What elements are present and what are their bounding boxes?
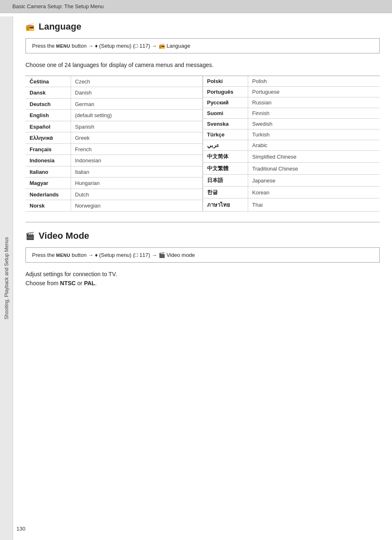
native-lang: Polski xyxy=(203,76,248,87)
native-lang: Português xyxy=(203,87,248,97)
table-row: ภาษาไทยThai xyxy=(203,198,380,212)
english-lang: Turkish xyxy=(248,129,380,140)
english-lang: Simplified Chinese xyxy=(248,151,380,163)
native-lang: Deutsch xyxy=(25,98,71,110)
menu-key-video: MENU xyxy=(56,253,70,258)
video-mode-icon: 🎬 xyxy=(25,231,35,240)
table-row: IndonesiaIndonesian xyxy=(25,155,203,166)
table-row: 한글Korean xyxy=(203,187,380,198)
native-lang: Norsk xyxy=(25,200,71,212)
video-mode-instruction-box: Press the MENU button → ♦ (Setup menu) (… xyxy=(25,247,380,263)
language-description: Choose one of 24 languages for display o… xyxy=(25,62,380,68)
language-title: Language xyxy=(39,21,81,32)
table-row: PolskiPolish xyxy=(203,76,380,87)
native-lang: 日本語 xyxy=(203,175,248,187)
english-lang: Danish xyxy=(71,87,203,99)
table-row: EspañolSpanish xyxy=(25,121,203,132)
language-right-table: PolskiPolishPortuguêsPortugueseРусскийRu… xyxy=(203,76,380,212)
language-instruction-box: Press the MENU button → ♦ (Setup menu) (… xyxy=(25,38,380,53)
table-row: DanskDanish xyxy=(25,87,203,99)
sidebar: Shooting, Playback and Setup Menus xyxy=(0,16,13,540)
table-row: MagyarHungarian xyxy=(25,178,203,189)
english-lang: Norwegian xyxy=(71,200,203,212)
table-row: NederlandsDutch xyxy=(25,189,203,200)
video-mode-section-title: 🎬 Video Mode xyxy=(25,231,380,241)
native-lang: Türkçe xyxy=(203,129,248,140)
video-mode-instruction-text: Press the MENU button → ♦ (Setup menu) (… xyxy=(32,252,195,258)
table-row: 中文简体Simplified Chinese xyxy=(203,151,380,163)
section-divider xyxy=(25,222,380,222)
native-lang: Русский xyxy=(203,97,248,108)
english-lang: Japanese xyxy=(248,175,380,187)
table-row: DeutschGerman xyxy=(25,98,203,110)
table-row: 日本語Japanese xyxy=(203,175,380,187)
adjust-text: Adjust settings for connection to TV. xyxy=(25,271,380,277)
table-row: 中文繁體Traditional Chinese xyxy=(203,163,380,175)
native-lang: English xyxy=(25,110,71,121)
table-row: English(default setting) xyxy=(25,110,203,121)
native-lang: Italiano xyxy=(25,166,71,178)
top-bar: Basic Camera Setup: The Setup Menu xyxy=(0,0,392,13)
table-row: ItalianoItalian xyxy=(25,166,203,178)
native-lang: Suomi xyxy=(203,108,248,119)
native-lang: ภาษาไทย xyxy=(203,198,248,212)
table-row: TürkçeTurkish xyxy=(203,129,380,140)
table-row: NorskNorwegian xyxy=(25,200,203,212)
choose-text: Choose from NTSC or PAL. xyxy=(25,280,380,286)
native-lang: 中文繁體 xyxy=(203,163,248,175)
english-lang: Arabic xyxy=(248,140,380,151)
page-number: 130 xyxy=(16,526,25,532)
native-lang: 中文简体 xyxy=(203,151,248,163)
table-row: PortuguêsPortuguese xyxy=(203,87,380,97)
english-lang: Portuguese xyxy=(248,87,380,97)
english-lang: Spanish xyxy=(71,121,203,132)
native-lang: Čeština xyxy=(25,76,71,87)
native-lang: Magyar xyxy=(25,178,71,189)
native-lang: Svenska xyxy=(203,119,248,129)
english-lang: Italian xyxy=(71,166,203,178)
english-lang: Polish xyxy=(248,76,380,87)
main-content: 📻 Language Press the MENU button → ♦ (Se… xyxy=(13,13,392,299)
sidebar-text: Shooting, Playback and Setup Menus xyxy=(4,237,9,319)
english-lang: French xyxy=(71,143,203,155)
english-lang: Russian xyxy=(248,97,380,108)
video-mode-title: Video Mode xyxy=(39,231,89,241)
table-row: ČeštinaCzech xyxy=(25,76,203,87)
english-lang: German xyxy=(71,98,203,110)
english-lang: Korean xyxy=(248,187,380,198)
language-table-wrapper: ČeštinaCzechDanskDanishDeutschGermanEngl… xyxy=(25,76,380,212)
english-lang: Traditional Chinese xyxy=(248,163,380,175)
menu-key: MENU xyxy=(56,44,70,48)
language-section-title: 📻 Language xyxy=(25,21,380,32)
english-lang: (default setting) xyxy=(71,110,203,121)
language-instruction-text: Press the MENU button → ♦ (Setup menu) (… xyxy=(32,43,190,49)
table-row: عربيArabic xyxy=(203,140,380,151)
english-lang: Hungarian xyxy=(71,178,203,189)
english-lang: Swedish xyxy=(248,119,380,129)
native-lang: Nederlands xyxy=(25,189,71,200)
table-row: SuomiFinnish xyxy=(203,108,380,119)
native-lang: Français xyxy=(25,143,71,155)
english-lang: Finnish xyxy=(248,108,380,119)
english-lang: Greek xyxy=(71,132,203,144)
english-lang: Indonesian xyxy=(71,155,203,166)
native-lang: Ελληνικά xyxy=(25,132,71,144)
native-lang: Dansk xyxy=(25,87,71,99)
table-row: FrançaisFrench xyxy=(25,143,203,155)
language-left-table: ČeštinaCzechDanskDanishDeutschGermanEngl… xyxy=(25,76,203,212)
native-lang: Indonesia xyxy=(25,155,71,166)
native-lang: Español xyxy=(25,121,71,132)
table-row: РусскийRussian xyxy=(203,97,380,108)
table-row: ΕλληνικάGreek xyxy=(25,132,203,144)
language-icon: 📻 xyxy=(25,22,35,31)
english-lang: Czech xyxy=(71,76,203,87)
native-lang: عربي xyxy=(203,140,248,151)
table-row: SvenskaSwedish xyxy=(203,119,380,129)
english-lang: Dutch xyxy=(71,189,203,200)
native-lang: 한글 xyxy=(203,187,248,198)
top-bar-text: Basic Camera Setup: The Setup Menu xyxy=(12,3,104,9)
english-lang: Thai xyxy=(248,198,380,212)
